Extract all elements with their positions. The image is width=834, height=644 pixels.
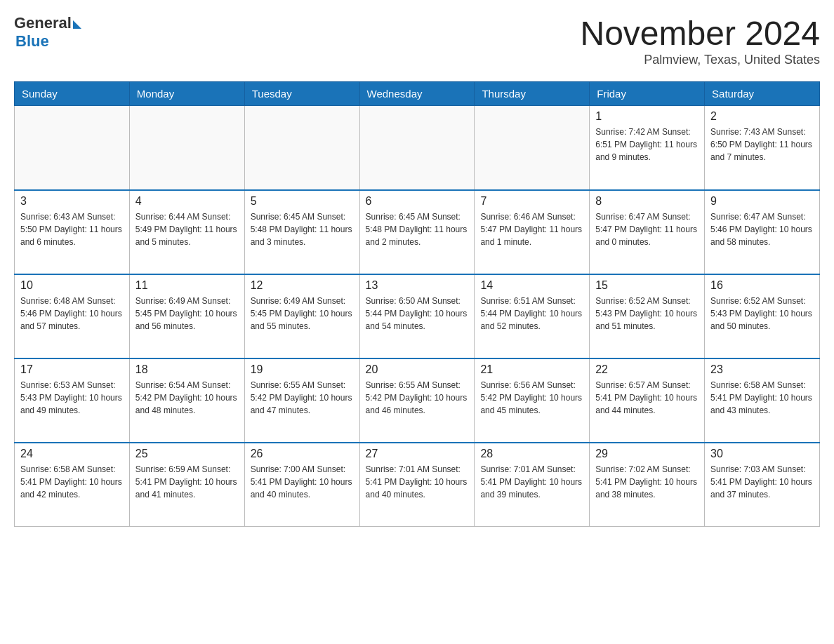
day-info: Sunrise: 7:02 AM Sunset: 5:41 PM Dayligh…: [595, 463, 699, 501]
calendar-cell: 23Sunrise: 6:58 AM Sunset: 5:41 PM Dayli…: [705, 358, 820, 443]
logo: General Blue: [14, 14, 81, 51]
calendar-cell: 4Sunrise: 6:44 AM Sunset: 5:49 PM Daylig…: [129, 190, 244, 274]
calendar-cell: 5Sunrise: 6:45 AM Sunset: 5:48 PM Daylig…: [244, 190, 359, 274]
day-number: 26: [251, 448, 354, 460]
day-info: Sunrise: 6:45 AM Sunset: 5:48 PM Dayligh…: [251, 210, 354, 248]
calendar-cell: 1Sunrise: 7:42 AM Sunset: 6:51 PM Daylig…: [590, 106, 705, 190]
calendar-cell: 25Sunrise: 6:59 AM Sunset: 5:41 PM Dayli…: [129, 443, 244, 527]
day-info: Sunrise: 6:55 AM Sunset: 5:42 PM Dayligh…: [366, 379, 469, 417]
calendar-cell: 2Sunrise: 7:43 AM Sunset: 6:50 PM Daylig…: [705, 106, 820, 190]
day-info: Sunrise: 6:49 AM Sunset: 5:45 PM Dayligh…: [251, 295, 354, 333]
location-text: Palmview, Texas, United States: [580, 53, 820, 67]
calendar-cell: [244, 106, 359, 190]
day-info: Sunrise: 7:01 AM Sunset: 5:41 PM Dayligh…: [366, 463, 469, 501]
day-info: Sunrise: 6:47 AM Sunset: 5:46 PM Dayligh…: [710, 210, 814, 248]
calendar-table: SundayMondayTuesdayWednesdayThursdayFrid…: [14, 81, 820, 527]
day-info: Sunrise: 7:03 AM Sunset: 5:41 PM Dayligh…: [710, 463, 814, 501]
day-info: Sunrise: 6:58 AM Sunset: 5:41 PM Dayligh…: [20, 463, 124, 501]
calendar-cell: 22Sunrise: 6:57 AM Sunset: 5:41 PM Dayli…: [590, 358, 705, 443]
calendar-cell: 7Sunrise: 6:46 AM Sunset: 5:47 PM Daylig…: [475, 190, 590, 274]
calendar-cell: 17Sunrise: 6:53 AM Sunset: 5:43 PM Dayli…: [15, 358, 130, 443]
day-info: Sunrise: 6:52 AM Sunset: 5:43 PM Dayligh…: [595, 295, 699, 333]
calendar-cell: 28Sunrise: 7:01 AM Sunset: 5:41 PM Dayli…: [475, 443, 590, 527]
day-number: 27: [366, 448, 469, 460]
day-number: 8: [595, 195, 699, 208]
calendar-cell: 8Sunrise: 6:47 AM Sunset: 5:47 PM Daylig…: [590, 190, 705, 274]
day-number: 13: [366, 279, 469, 292]
day-number: 2: [710, 110, 814, 123]
calendar-week-row: 24Sunrise: 6:58 AM Sunset: 5:41 PM Dayli…: [15, 443, 820, 527]
calendar-cell: 15Sunrise: 6:52 AM Sunset: 5:43 PM Dayli…: [590, 274, 705, 358]
day-number: 20: [366, 363, 469, 376]
day-number: 5: [251, 195, 354, 208]
page-header: General Blue November 2024 Palmview, Tex…: [14, 14, 820, 67]
day-number: 9: [710, 195, 814, 208]
calendar-week-row: 3Sunrise: 6:43 AM Sunset: 5:50 PM Daylig…: [15, 190, 820, 274]
day-info: Sunrise: 7:00 AM Sunset: 5:41 PM Dayligh…: [251, 463, 354, 501]
day-number: 18: [135, 363, 239, 376]
day-number: 17: [20, 363, 124, 376]
day-number: 15: [595, 279, 699, 292]
calendar-cell: [475, 106, 590, 190]
calendar-cell: 3Sunrise: 6:43 AM Sunset: 5:50 PM Daylig…: [15, 190, 130, 274]
calendar-header-row: SundayMondayTuesdayWednesdayThursdayFrid…: [15, 82, 820, 106]
day-number: 12: [251, 279, 354, 292]
calendar-cell: 9Sunrise: 6:47 AM Sunset: 5:46 PM Daylig…: [705, 190, 820, 274]
calendar-week-row: 10Sunrise: 6:48 AM Sunset: 5:46 PM Dayli…: [15, 274, 820, 358]
day-number: 3: [20, 195, 124, 208]
day-number: 19: [251, 363, 354, 376]
day-info: Sunrise: 6:44 AM Sunset: 5:49 PM Dayligh…: [135, 210, 239, 248]
column-header-friday: Friday: [590, 82, 705, 106]
day-info: Sunrise: 6:54 AM Sunset: 5:42 PM Dayligh…: [135, 379, 239, 417]
day-number: 16: [710, 279, 814, 292]
calendar-cell: 13Sunrise: 6:50 AM Sunset: 5:44 PM Dayli…: [359, 274, 475, 358]
column-header-tuesday: Tuesday: [244, 82, 359, 106]
column-header-thursday: Thursday: [475, 82, 590, 106]
calendar-week-row: 17Sunrise: 6:53 AM Sunset: 5:43 PM Dayli…: [15, 358, 820, 443]
month-title: November 2024: [580, 14, 820, 53]
day-number: 7: [480, 195, 583, 208]
logo-blue-text: Blue: [15, 32, 49, 51]
logo-triangle-icon: [73, 20, 81, 29]
calendar-cell: 30Sunrise: 7:03 AM Sunset: 5:41 PM Dayli…: [705, 443, 820, 527]
day-info: Sunrise: 6:46 AM Sunset: 5:47 PM Dayligh…: [480, 210, 583, 248]
calendar-cell: 18Sunrise: 6:54 AM Sunset: 5:42 PM Dayli…: [129, 358, 244, 443]
calendar-week-row: 1Sunrise: 7:42 AM Sunset: 6:51 PM Daylig…: [15, 106, 820, 190]
column-header-saturday: Saturday: [705, 82, 820, 106]
day-info: Sunrise: 6:56 AM Sunset: 5:42 PM Dayligh…: [480, 379, 583, 417]
calendar-cell: [129, 106, 244, 190]
calendar-cell: [15, 106, 130, 190]
calendar-cell: 29Sunrise: 7:02 AM Sunset: 5:41 PM Dayli…: [590, 443, 705, 527]
day-number: 1: [595, 110, 699, 123]
calendar-cell: 14Sunrise: 6:51 AM Sunset: 5:44 PM Dayli…: [475, 274, 590, 358]
day-number: 10: [20, 279, 124, 292]
day-number: 28: [480, 448, 583, 460]
day-number: 4: [135, 195, 239, 208]
calendar-cell: 19Sunrise: 6:55 AM Sunset: 5:42 PM Dayli…: [244, 358, 359, 443]
calendar-cell: 26Sunrise: 7:00 AM Sunset: 5:41 PM Dayli…: [244, 443, 359, 527]
day-info: Sunrise: 6:55 AM Sunset: 5:42 PM Dayligh…: [251, 379, 354, 417]
calendar-cell: [359, 106, 475, 190]
day-info: Sunrise: 6:53 AM Sunset: 5:43 PM Dayligh…: [20, 379, 124, 417]
day-info: Sunrise: 6:58 AM Sunset: 5:41 PM Dayligh…: [710, 379, 814, 417]
calendar-cell: 10Sunrise: 6:48 AM Sunset: 5:46 PM Dayli…: [15, 274, 130, 358]
day-number: 23: [710, 363, 814, 376]
day-info: Sunrise: 6:48 AM Sunset: 5:46 PM Dayligh…: [20, 295, 124, 333]
day-number: 11: [135, 279, 239, 292]
calendar-cell: 11Sunrise: 6:49 AM Sunset: 5:45 PM Dayli…: [129, 274, 244, 358]
day-info: Sunrise: 6:47 AM Sunset: 5:47 PM Dayligh…: [595, 210, 699, 248]
day-info: Sunrise: 6:50 AM Sunset: 5:44 PM Dayligh…: [366, 295, 469, 333]
title-section: November 2024 Palmview, Texas, United St…: [580, 14, 820, 67]
day-info: Sunrise: 6:57 AM Sunset: 5:41 PM Dayligh…: [595, 379, 699, 417]
calendar-cell: 12Sunrise: 6:49 AM Sunset: 5:45 PM Dayli…: [244, 274, 359, 358]
calendar-cell: 6Sunrise: 6:45 AM Sunset: 5:48 PM Daylig…: [359, 190, 475, 274]
column-header-sunday: Sunday: [15, 82, 130, 106]
day-info: Sunrise: 6:45 AM Sunset: 5:48 PM Dayligh…: [366, 210, 469, 248]
calendar-cell: 24Sunrise: 6:58 AM Sunset: 5:41 PM Dayli…: [15, 443, 130, 527]
day-number: 29: [595, 448, 699, 460]
column-header-wednesday: Wednesday: [359, 82, 475, 106]
day-info: Sunrise: 6:43 AM Sunset: 5:50 PM Dayligh…: [20, 210, 124, 248]
day-info: Sunrise: 6:49 AM Sunset: 5:45 PM Dayligh…: [135, 295, 239, 333]
day-number: 14: [480, 279, 583, 292]
day-number: 6: [366, 195, 469, 208]
